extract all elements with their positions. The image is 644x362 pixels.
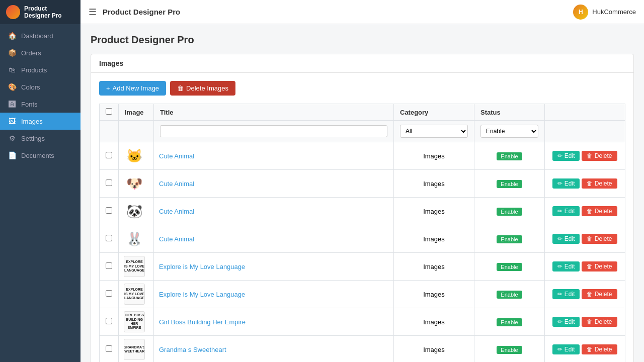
edit-button-5[interactable]: ✏ Edit [552, 261, 580, 272]
products-icon: 🛍 [8, 66, 16, 74]
row-status-5: Enable [474, 253, 545, 281]
row-status-7: Enable [474, 308, 545, 336]
delete-button-4[interactable]: 🗑 Delete [582, 234, 617, 244]
orders-icon: 📦 [8, 49, 16, 57]
image-thumb-8: GRANDMA'S SWEETHEART [124, 339, 145, 360]
sidebar-item-dashboard[interactable]: 🏠Dashboard [0, 27, 80, 44]
sidebar-item-settings[interactable]: ⚙Settings [0, 130, 80, 147]
settings-icon: ⚙ [8, 134, 16, 142]
dashboard-icon: 🏠 [8, 32, 16, 40]
sidebar-label-images: Images [21, 118, 43, 125]
delete-button-3[interactable]: 🗑 Delete [582, 206, 617, 216]
edit-button-1[interactable]: ✏ Edit [552, 151, 580, 161]
topbar: ☰ Product Designer Pro H HukCommerce [80, 0, 644, 24]
table-row: EXPLORE IS MY LOVE LANGUAGEExplore is My… [100, 253, 625, 281]
user-name: HukCommerce [592, 8, 636, 16]
category-filter-select[interactable]: AllImagesClipartTemplate [400, 125, 468, 138]
row-title-6[interactable]: Explore is My Love Language [154, 281, 394, 308]
add-new-image-button[interactable]: + Add New Image [99, 81, 166, 96]
plus-icon: + [106, 84, 110, 92]
sidebar-item-orders[interactable]: 📦Orders [0, 44, 80, 61]
sidebar-item-documents[interactable]: 📄Documents [0, 147, 80, 164]
topbar-right: H HukCommerce [573, 5, 636, 20]
image-thumb-1: 🐱 [124, 145, 145, 166]
row-title-3[interactable]: Cute Animal [154, 198, 394, 225]
trash-icon: 🗑 [177, 84, 184, 92]
table-row: GRANDMA'S SWEETHEARTGrandma s Sweetheart… [100, 336, 625, 363]
row-category-8: Images [394, 336, 474, 363]
image-thumb-6: EXPLORE IS MY LOVE LANGUAGE [124, 284, 145, 305]
section-body: + Add New Image 🗑 Delete Images ImageTit… [91, 73, 633, 362]
row-category-4: Images [394, 225, 474, 253]
status-badge-7: Enable [497, 318, 522, 326]
select-all-checkbox[interactable] [106, 108, 112, 115]
row-checkbox-8[interactable] [106, 345, 112, 352]
row-actions-2: ✏ Edit 🗑 Delete [550, 178, 620, 189]
status-badge-2: Enable [497, 180, 522, 188]
delete-button-2[interactable]: 🗑 Delete [582, 178, 617, 189]
row-checkbox-1[interactable] [106, 152, 112, 158]
row-checkbox-6[interactable] [106, 290, 112, 297]
edit-button-4[interactable]: ✏ Edit [552, 234, 580, 244]
delete-button-5[interactable]: 🗑 Delete [582, 261, 617, 272]
documents-icon: 📄 [8, 151, 16, 159]
image-thumb-7: GIRL BOSS BUILDING HER EMPIRE [124, 311, 145, 332]
col-header-5 [545, 104, 625, 121]
row-actions-7: ✏ Edit 🗑 Delete [550, 317, 620, 327]
col-header-1: Image [119, 104, 154, 121]
edit-button-3[interactable]: ✏ Edit [552, 206, 580, 216]
title-filter-input[interactable] [160, 125, 387, 137]
col-header-2: Title [154, 104, 394, 121]
row-title-7[interactable]: Girl Boss Building Her Empire [154, 308, 394, 336]
sidebar-label-orders: Orders [21, 49, 41, 57]
row-title-4[interactable]: Cute Animal [154, 225, 394, 253]
sidebar-nav: 🏠Dashboard📦Orders🛍Products🎨Colors🅰Fonts🖼… [0, 24, 80, 362]
row-actions-3: ✏ Edit 🗑 Delete [550, 206, 620, 216]
sidebar-label-colors: Colors [21, 83, 40, 91]
edit-button-2[interactable]: ✏ Edit [552, 178, 580, 189]
status-badge-3: Enable [497, 208, 522, 216]
images-table: ImageTitleCategoryStatus AllImagesClipar… [99, 104, 625, 362]
status-filter-select[interactable]: EnableDisable [480, 125, 538, 138]
row-title-2[interactable]: Cute Animal [154, 170, 394, 198]
sidebar: Product Designer Pro 🏠Dashboard📦Orders🛍P… [0, 0, 80, 362]
edit-button-6[interactable]: ✏ Edit [552, 289, 580, 299]
row-actions-6: ✏ Edit 🗑 Delete [550, 289, 620, 299]
hamburger-icon[interactable]: ☰ [89, 7, 97, 18]
fonts-icon: 🅰 [8, 100, 16, 108]
page-title: Product Designer Pro [91, 34, 634, 46]
row-title-1[interactable]: Cute Animal [154, 142, 394, 170]
edit-button-7[interactable]: ✏ Edit [552, 317, 580, 327]
row-category-6: Images [394, 281, 474, 308]
row-actions-4: ✏ Edit 🗑 Delete [550, 234, 620, 244]
sidebar-item-fonts[interactable]: 🅰Fonts [0, 96, 80, 113]
images-icon: 🖼 [8, 117, 16, 125]
row-checkbox-7[interactable] [106, 318, 112, 324]
topbar-left: ☰ Product Designer Pro [89, 7, 180, 18]
row-checkbox-2[interactable] [106, 179, 112, 186]
sidebar-item-images[interactable]: 🖼Images [0, 113, 80, 130]
sidebar-item-colors[interactable]: 🎨Colors [0, 78, 80, 96]
table-row: 🐶Cute AnimalImagesEnable ✏ Edit 🗑 Delete [100, 170, 625, 198]
row-status-3: Enable [474, 198, 545, 225]
sidebar-logo: Product Designer Pro [0, 0, 80, 24]
row-status-2: Enable [474, 170, 545, 198]
delete-button-6[interactable]: 🗑 Delete [582, 289, 617, 299]
delete-images-button[interactable]: 🗑 Delete Images [170, 81, 235, 96]
logo-icon [6, 5, 20, 19]
delete-button-8[interactable]: 🗑 Delete [582, 344, 617, 354]
row-checkbox-3[interactable] [106, 207, 112, 214]
row-checkbox-5[interactable] [106, 262, 112, 269]
row-title-8[interactable]: Grandma s Sweetheart [154, 336, 394, 363]
delete-button-1[interactable]: 🗑 Delete [582, 151, 617, 161]
image-thumb-4: 🐰 [124, 228, 145, 249]
status-badge-8: Enable [497, 346, 522, 354]
delete-button-7[interactable]: 🗑 Delete [582, 317, 617, 327]
sidebar-item-products[interactable]: 🛍Products [0, 61, 80, 78]
sidebar-label-settings: Settings [21, 135, 45, 142]
col-header-3: Category [394, 104, 474, 121]
row-title-5[interactable]: Explore is My Love Language [154, 253, 394, 281]
row-checkbox-4[interactable] [106, 235, 112, 241]
edit-button-8[interactable]: ✏ Edit [552, 344, 580, 354]
row-category-1: Images [394, 142, 474, 170]
